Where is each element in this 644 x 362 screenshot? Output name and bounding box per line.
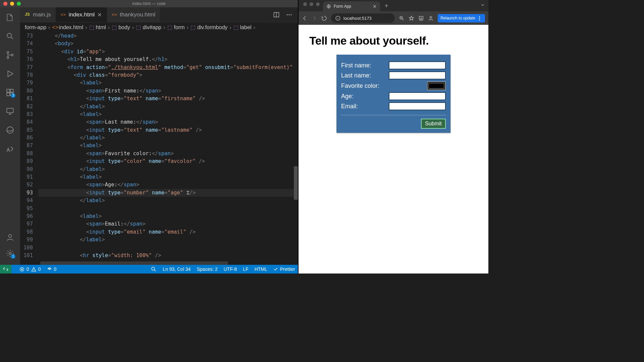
tab-main-js[interactable]: JS main.js [20,7,56,22]
new-tab-button[interactable] [382,1,391,10]
horizontal-scrollbar[interactable] [40,261,228,265]
problems-indicator[interactable]: 0 0 [19,266,41,272]
globe-icon [326,4,331,9]
svg-rect-4 [7,89,10,92]
settings-gear-icon[interactable]: 1 [5,249,15,258]
tag-icon: ⬚ [233,25,238,30]
scrollbar-thumb[interactable] [294,166,298,200]
breadcrumb[interactable]: form-app › <> index.html › ⬚ html › ⬚ bo… [20,22,298,32]
svg-point-24 [479,16,480,17]
svg-point-18 [152,267,155,270]
age-input[interactable] [389,92,446,100]
run-debug-icon[interactable] [5,69,15,78]
chevron-right-icon: › [48,24,50,31]
forward-icon[interactable] [312,15,317,21]
search-icon[interactable] [5,32,15,41]
ports-indicator[interactable]: 0 [47,266,57,272]
breadcrumb-item[interactable]: form [174,24,185,31]
source-control-icon[interactable] [5,50,15,60]
extensions-badge: 3 [11,93,15,98]
svg-point-13 [287,14,288,15]
email-input[interactable] [389,102,446,110]
profile-icon[interactable] [428,15,434,21]
formatter-status[interactable]: Prettier [273,266,295,272]
info-icon [335,15,341,21]
html-file-icon: <> [52,25,57,30]
tab-label: thankyou.html [120,11,155,18]
tag-icon: ⬚ [136,25,141,30]
vertical-scrollbar[interactable] [293,32,298,265]
more-icon[interactable] [286,11,292,18]
chevron-down-icon[interactable] [480,3,488,9]
svg-point-15 [290,14,291,15]
url-text: localhost:5173 [343,16,372,21]
indent-status[interactable]: Spaces: 2 [197,266,217,272]
remote-explorer-icon[interactable] [5,107,15,116]
close-icon[interactable] [97,12,102,17]
html-file-icon: <> [112,12,117,17]
code-content[interactable]: </head> <body> <div id="app"> <h1>Tell m… [38,32,298,265]
breadcrumb-item[interactable]: div.formbody [197,24,227,31]
eol-status[interactable]: LF [243,266,248,272]
tab-thankyou-html[interactable]: <> thankyou.html [107,7,160,22]
browser-window: Form App localhost:5173 Relaunch to upda… [298,0,488,274]
submit-button[interactable]: Submit [421,119,446,129]
chevron-right-icon: › [229,24,231,31]
zoom-icon[interactable] [399,15,405,21]
split-editor-icon[interactable] [273,11,280,18]
breadcrumb-item[interactable]: form-app [25,24,46,31]
tab-label: main.js [33,11,51,18]
tab-title: Form App [334,4,351,9]
form-card: First name: Last name: Favorite color: A… [336,55,450,133]
breadcrumb-item[interactable]: div#app [143,24,161,31]
svg-point-3 [11,54,13,56]
reload-icon[interactable] [321,15,327,21]
address-bar[interactable]: localhost:5173 [331,13,395,23]
edge-tools-icon[interactable] [5,125,15,135]
breadcrumb-item[interactable]: label [240,24,252,31]
firstname-input[interactable] [389,61,446,69]
account-icon[interactable] [5,233,15,242]
install-icon[interactable] [418,15,424,21]
close-traffic-icon[interactable] [303,2,307,6]
explorer-icon[interactable] [5,13,15,22]
back-icon[interactable] [302,15,308,21]
lastname-input[interactable] [389,71,446,79]
extensions-icon[interactable]: 3 [5,88,15,97]
tab-label: index.html [69,11,95,18]
lastname-label: Last name: [341,72,371,79]
favcolor-input[interactable] [427,81,446,90]
ports-count: 0 [54,266,57,272]
minimize-traffic-icon[interactable] [310,2,313,6]
feedback-icon[interactable] [151,266,157,272]
tab-index-html[interactable]: <> index.html [56,7,107,22]
status-bar: 0 0 0 Ln 93, Col 34 Spaces: 2 UTF-8 LF H… [0,265,298,274]
code-editor[interactable]: 7374757677787980818283848586878889909192… [20,32,298,265]
relaunch-button[interactable]: Relaunch to update [438,14,485,22]
close-icon[interactable] [373,4,377,8]
editor-tabs: JS main.js <> index.html <> thankyou.htm… [20,7,298,22]
breadcrumb-item[interactable]: html [96,24,106,31]
breadcrumb-item[interactable]: index.html [59,24,83,31]
live-share-icon[interactable] [5,144,15,154]
remote-indicator-icon[interactable] [0,265,11,274]
page-heading: Tell me about yourself. [309,34,478,47]
language-status[interactable]: HTML [255,266,267,272]
cursor-position[interactable]: Ln 93, Col 34 [163,266,191,272]
tag-icon: ⬚ [191,25,195,30]
vscode-titlebar: index.html — code [0,0,298,7]
chevron-right-icon: › [253,24,255,31]
encoding-status[interactable]: UTF-8 [224,266,237,272]
firstname-label: First name: [341,62,371,69]
browser-tab[interactable]: Form App [323,1,380,11]
favcolor-label: Favorite color: [341,82,379,89]
svg-point-26 [479,19,480,20]
browser-tabstrip: Form App [299,0,488,11]
svg-point-23 [430,16,432,18]
js-file-icon: JS [25,12,30,17]
breadcrumb-item[interactable]: body [118,24,130,31]
maximize-traffic-icon[interactable] [316,2,320,6]
chevron-right-icon: › [187,24,189,31]
error-count: 0 [26,266,29,272]
bookmark-star-icon[interactable] [409,15,414,21]
